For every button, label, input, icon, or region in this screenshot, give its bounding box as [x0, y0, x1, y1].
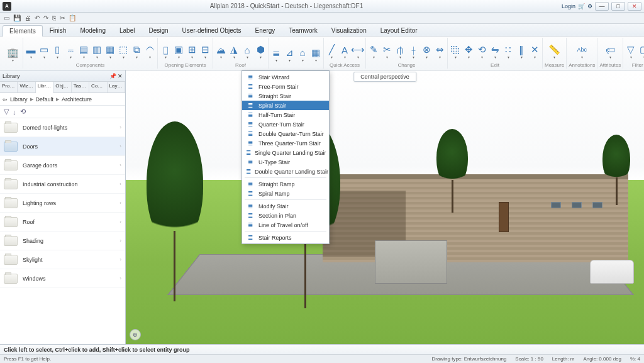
ribbon-button[interactable]: ⟊▾: [408, 40, 419, 59]
library-item[interactable]: Shading›: [0, 232, 125, 250]
ribbon-button[interactable]: 📏▾: [549, 40, 560, 59]
library-item[interactable]: Domed roof-lights›: [0, 118, 125, 137]
library-item[interactable]: Doors›: [0, 137, 125, 156]
ribbon-button[interactable]: ▯▾: [52, 40, 63, 59]
gear-icon[interactable]: ⚙: [587, 3, 592, 9]
ribbon-button[interactable]: ✎▾: [368, 40, 379, 59]
ribbon-button[interactable]: ▽▾: [625, 40, 636, 59]
close-button[interactable]: ✕: [628, 2, 641, 11]
status-pct[interactable]: %: 4: [630, 356, 640, 362]
ribbon-button[interactable]: ╱▾: [326, 40, 337, 59]
ribbon-button[interactable]: ⊞▾: [186, 40, 197, 59]
menu-item[interactable]: ≣U-Type Stair: [242, 157, 329, 167]
ribbon-button[interactable]: ▤▾: [78, 40, 89, 59]
annot-button[interactable]: Abc▾: [576, 40, 587, 59]
cart-icon[interactable]: 🛒: [578, 3, 585, 9]
status-drawtype[interactable]: Drawing type: Entwurfszeichnung: [432, 356, 507, 362]
ribbon-button[interactable]: ‖▾: [516, 40, 527, 59]
ribbon-tab-modeling[interactable]: Modeling: [73, 25, 113, 36]
crumb-2[interactable]: Architecture: [62, 96, 92, 103]
ribbon-button[interactable]: ⊗▾: [421, 40, 432, 59]
qat-print-icon[interactable]: 🖨: [25, 14, 31, 21]
crumb-root[interactable]: Library: [10, 96, 28, 103]
sort-icon[interactable]: ↓: [13, 108, 16, 116]
ribbon-button[interactable]: ⫛▾: [394, 40, 406, 59]
menu-item[interactable]: ≣Free-Form Stair: [242, 82, 329, 91]
library-item[interactable]: Skylight›: [0, 250, 125, 269]
ribbon-tab-finish[interactable]: Finish: [43, 25, 74, 36]
ribbon-button[interactable]: ⛰▾: [215, 40, 226, 59]
menu-item[interactable]: ≣Half-Turn Stair: [242, 110, 329, 120]
ribbon-button[interactable]: ⬢▾: [255, 40, 266, 59]
ribbon-button[interactable]: ≣▾: [270, 43, 282, 62]
ribbon-button[interactable]: ⊟▾: [199, 40, 211, 59]
ribbon-button[interactable]: ▣▾: [173, 40, 184, 59]
ribbon-button[interactable]: ⇋▾: [489, 40, 501, 59]
ribbon-button[interactable]: ⿻▾: [450, 40, 461, 59]
menu-item[interactable]: ≣Double Quarter Landing Stair: [242, 167, 329, 176]
lib-tab[interactable]: Conn…: [89, 82, 107, 92]
ribbon-button[interactable]: ⧉▾: [131, 40, 142, 59]
lib-tab[interactable]: Prope…: [0, 82, 18, 92]
ribbon-button[interactable]: ▥▾: [91, 40, 103, 59]
menu-item[interactable]: ≣Modify Stair: [242, 201, 329, 211]
ribbon-button[interactable]: ✕▾: [529, 40, 540, 59]
ribbon-button[interactable]: ▢▾: [638, 40, 644, 59]
panel-close-icon[interactable]: ✕: [118, 73, 123, 79]
compass-icon[interactable]: ⊕: [130, 329, 141, 340]
ribbon-button[interactable]: ⬚▾: [118, 40, 129, 59]
home-button[interactable]: 🏢▾: [4, 43, 21, 62]
qat-paste-icon[interactable]: 📋: [69, 14, 76, 21]
ribbon-tab-design[interactable]: Design: [142, 25, 175, 36]
menu-item[interactable]: ≣Quarter-Turn Stair: [242, 120, 329, 129]
ribbon-button[interactable]: A▾: [339, 40, 350, 59]
lib-tab[interactable]: Task B…: [72, 82, 89, 92]
login-link[interactable]: Login: [562, 3, 575, 9]
refresh-icon[interactable]: ⟲: [20, 108, 26, 116]
ribbon-button[interactable]: ▭▾: [38, 40, 50, 59]
maximize-button[interactable]: □: [611, 2, 625, 11]
qat-copy-icon[interactable]: ⎘: [52, 14, 56, 21]
menu-item[interactable]: ≣Stair Wizard: [242, 72, 329, 82]
ribbon-button[interactable]: ✂▾: [381, 40, 392, 59]
ribbon-tab-teamwork[interactable]: Teamwork: [282, 25, 325, 36]
lib-tab[interactable]: Library: [36, 82, 53, 93]
ribbon-button[interactable]: ⟷▾: [352, 40, 364, 59]
library-item[interactable]: Roof›: [0, 213, 125, 232]
ribbon-button[interactable]: ◠▾: [144, 40, 155, 59]
ribbon-tab-elements[interactable]: Elements: [3, 25, 43, 36]
library-item[interactable]: Windows›: [0, 269, 125, 288]
menu-item[interactable]: ≣Double Quarter-Turn Stair: [242, 129, 329, 138]
ribbon-button[interactable]: ⊿▾: [284, 43, 295, 62]
ribbon-tab-label[interactable]: Label: [113, 25, 142, 36]
menu-item[interactable]: ≣Straight Stair: [242, 91, 329, 101]
ribbon-button[interactable]: ◮▾: [228, 40, 240, 59]
menu-item[interactable]: ≣Spiral Ramp: [242, 189, 329, 198]
crumb-1[interactable]: Default: [36, 96, 54, 103]
menu-item[interactable]: ≣Straight Ramp: [242, 179, 329, 189]
qat-new-icon[interactable]: ▭: [4, 14, 9, 21]
menu-item[interactable]: ≣Spiral Stair: [242, 101, 329, 110]
minimize-button[interactable]: —: [595, 2, 609, 11]
status-scale[interactable]: Scale: 1 : 50: [515, 356, 543, 362]
lib-tab[interactable]: Wizards: [18, 82, 35, 92]
ribbon-button[interactable]: ▦▾: [104, 40, 116, 59]
status-angle[interactable]: Angle: 0.000 deg: [583, 356, 621, 362]
menu-item[interactable]: ≣Three Quarter-Turn Stair: [242, 138, 329, 148]
status-length[interactable]: Length: m: [552, 356, 575, 362]
ribbon-button[interactable]: ✥▾: [463, 40, 474, 59]
qat-redo-icon[interactable]: ↷: [43, 14, 48, 21]
menu-item[interactable]: ≣Section in Plan: [242, 211, 329, 220]
library-item[interactable]: Industrial construction›: [0, 175, 125, 194]
menu-item[interactable]: ≣Stair Reports: [242, 233, 329, 242]
library-item[interactable]: Lighting rows›: [0, 194, 125, 213]
ribbon-button[interactable]: ▬▾: [25, 40, 36, 59]
ribbon-button[interactable]: ⟲▾: [476, 40, 487, 59]
qat-save-icon[interactable]: 💾: [13, 14, 21, 21]
crumb-back-icon[interactable]: ⇦: [3, 96, 8, 103]
menu-item[interactable]: ≣Single Quarter Landing Stair: [242, 148, 329, 157]
ribbon-button[interactable]: ⌂▾: [297, 43, 308, 62]
ribbon-button[interactable]: ⎓▾: [65, 40, 76, 59]
attr-button[interactable]: 🏷▾: [604, 40, 616, 59]
ribbon-button[interactable]: ▦▾: [310, 43, 321, 62]
